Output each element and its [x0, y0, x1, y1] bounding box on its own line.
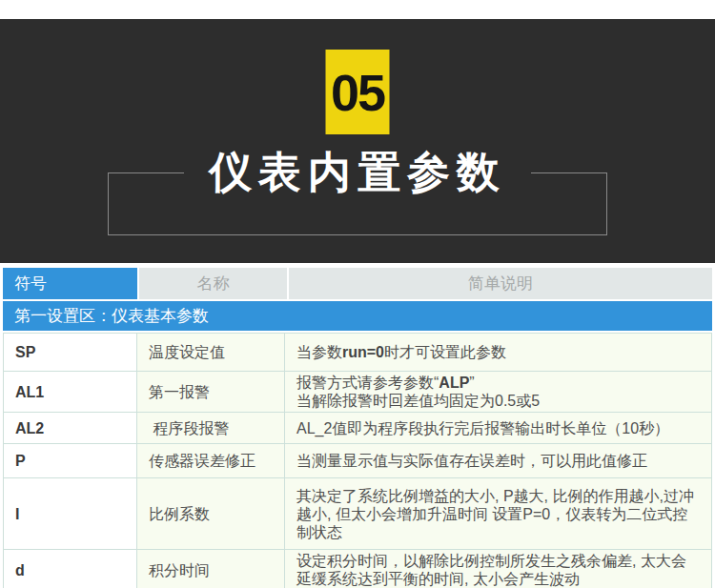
- section-header-row: 第一设置区：仪表基本参数: [3, 301, 712, 331]
- symbol-cell: d: [4, 550, 137, 588]
- name-cell: 温度设定值: [137, 334, 285, 371]
- parameters-table: 符号 名称 简单说明 第一设置区：仪表基本参数 SP 温度设定值 当参数run=…: [3, 268, 712, 588]
- name-cell: 传感器误差修正: [137, 444, 285, 477]
- symbol-cell: AL2: [4, 413, 137, 443]
- name-cell: 积分时间: [137, 550, 285, 588]
- description-cell: AL_2值即为程序段执行完后报警输出时长单位（10秒）: [285, 413, 711, 443]
- description-line: 设定积分时间，以解除比例控制所发生之残余偏差, 太大会延缓系统达到平衡的时间, …: [296, 552, 700, 588]
- table-row: SP 温度设定值 当参数run=0时才可设置此参数: [4, 334, 711, 371]
- table-row: P 传感器误差修正 当测量显示值与实际值存在误差时，可以用此值修正: [4, 443, 711, 477]
- top-white-strip: [0, 0, 715, 19]
- symbol-cell: SP: [4, 334, 137, 371]
- title-frame: 仪表内置参数: [108, 172, 607, 235]
- table-header-row: 符号 名称 简单说明: [3, 268, 712, 299]
- description-cell: 设定积分时间，以解除比例控制所发生之残余偏差, 太大会延缓系统达到平衡的时间, …: [285, 550, 711, 588]
- column-header-name: 名称: [139, 268, 287, 299]
- table-row: d 积分时间 设定积分时间，以解除比例控制所发生之残余偏差, 太大会延缓系统达到…: [4, 549, 711, 588]
- table-row: I 比例系数 其决定了系统比例增益的大小, P越大, 比例的作用越小,过冲越小,…: [4, 477, 711, 549]
- column-header-description: 简单说明: [289, 268, 712, 299]
- description-cell: 其决定了系统比例增益的大小, P越大, 比例的作用越小,过冲越小, 但太小会增加…: [285, 478, 711, 549]
- description-line: 当参数run=0时才可设置此参数: [296, 343, 700, 361]
- name-cell: 第一报警: [137, 372, 285, 412]
- name-cell: 程序段报警: [137, 413, 285, 443]
- chapter-number: 05: [331, 63, 384, 122]
- symbol-cell: I: [4, 478, 137, 549]
- description-line: 其决定了系统比例增益的大小, P越大, 比例的作用越小,过冲越小, 但太小会增加…: [296, 487, 700, 541]
- description-cell: 当测量显示值与实际值存在误差时，可以用此值修正: [285, 444, 711, 477]
- section-title: 第一设置区：仪表基本参数: [14, 305, 209, 327]
- page-title: 仪表内置参数: [184, 142, 531, 203]
- name-cell: 比例系数: [137, 478, 285, 549]
- chapter-number-badge: 05: [326, 50, 390, 134]
- description-line: 当解除报警时回差值均固定为0.5或5: [296, 392, 700, 410]
- symbol-cell: AL1: [4, 372, 137, 412]
- symbol-cell: P: [4, 444, 137, 477]
- description-line: 当测量显示值与实际值存在误差时，可以用此值修正: [296, 452, 700, 470]
- description-cell: 当参数run=0时才可设置此参数: [285, 334, 711, 371]
- table-row: AL1 第一报警 报警方式请参考参数“ALP” 当解除报警时回差值均固定为0.5…: [4, 371, 711, 412]
- table-body: SP 温度设定值 当参数run=0时才可设置此参数 AL1 第一报警 报警方式请…: [3, 333, 712, 588]
- column-header-symbol: 符号: [3, 268, 137, 299]
- table-row: AL2 程序段报警 AL_2值即为程序段执行完后报警输出时长单位（10秒）: [4, 412, 711, 443]
- description-line: AL_2值即为程序段执行完后报警输出时长单位（10秒）: [296, 419, 700, 437]
- description-cell: 报警方式请参考参数“ALP” 当解除报警时回差值均固定为0.5或5: [285, 372, 711, 412]
- description-line: 报警方式请参考参数“ALP”: [296, 374, 700, 392]
- hero-section: 05 仪表内置参数: [0, 19, 715, 263]
